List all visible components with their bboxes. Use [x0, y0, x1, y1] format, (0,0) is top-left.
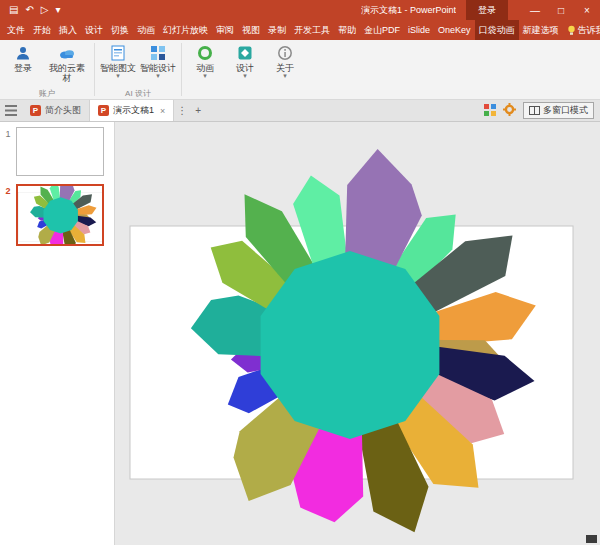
- window-title: 演示文稿1 - PowerPoint: [361, 4, 456, 17]
- slide-thumbnail-2[interactable]: 2: [0, 184, 114, 246]
- tabbar-right-tools: 多窗口模式: [484, 100, 600, 121]
- titlebar: ▤ ↶ ▷ ▾ 演示文稿1 - PowerPoint 登录 — □ ×: [0, 0, 600, 20]
- my-cloud-assets-button[interactable]: 我的云素材: [43, 41, 91, 83]
- ribbon-group-account: 登录 我的云素材 账户: [0, 40, 94, 99]
- ppt-file-icon: P: [98, 105, 109, 116]
- animation-button[interactable]: 动画 ▾: [185, 41, 225, 79]
- slide-editing-canvas[interactable]: [115, 122, 600, 545]
- smart-design-button[interactable]: 智能设计 ▾: [138, 41, 178, 79]
- menu-record[interactable]: 录制: [264, 20, 290, 40]
- slide-number: 2: [0, 184, 16, 246]
- menu-animations[interactable]: 动画: [133, 20, 159, 40]
- ribbon-tab-bar: 文件 开始 插入 设计 切换 动画 幻灯片放映 审阅 视图 录制 开发工具 帮助…: [0, 20, 600, 40]
- menu-tell-me[interactable]: 告诉我: [563, 20, 600, 40]
- menu-insert[interactable]: 插入: [55, 20, 81, 40]
- animation-icon: [197, 44, 213, 62]
- group-label-ai-design: AI 设计: [98, 88, 178, 99]
- maximize-button[interactable]: □: [548, 0, 574, 20]
- document-tab-intro[interactable]: P 简介头图: [22, 100, 90, 121]
- menu-slideshow[interactable]: 幻灯片放映: [159, 20, 212, 40]
- undo-icon[interactable]: ↶: [25, 0, 33, 20]
- ppt-file-icon: P: [30, 105, 41, 116]
- customize-qat-icon[interactable]: ▾: [56, 0, 61, 20]
- menu-pocket-animation[interactable]: 口袋动画: [475, 20, 519, 40]
- scroll-corner: [586, 535, 597, 543]
- slide-artwork[interactable]: [115, 122, 600, 545]
- slide-number: 1: [0, 127, 16, 176]
- about-icon: [277, 44, 293, 62]
- chevron-down-icon: ▾: [283, 73, 287, 79]
- chevron-down-icon: ▾: [116, 73, 120, 79]
- group-label-account: 账户: [3, 88, 91, 99]
- slide-2-thumbnail[interactable]: [16, 184, 104, 246]
- tab-more-icon[interactable]: ⋮: [174, 100, 190, 121]
- login-button[interactable]: 登录: [466, 0, 508, 20]
- chevron-down-icon: ▾: [243, 73, 247, 79]
- slide-2-artwork-preview: [18, 186, 104, 246]
- slide-thumbnail-panel: 1 2: [0, 122, 115, 545]
- slideshow-icon[interactable]: ▷: [41, 0, 49, 20]
- ribbon-login-button[interactable]: 登录: [3, 41, 43, 73]
- slide-thumbnail-1[interactable]: 1: [0, 127, 114, 176]
- design-icon: [237, 44, 253, 62]
- close-button[interactable]: ×: [574, 0, 600, 20]
- menu-review[interactable]: 审阅: [212, 20, 238, 40]
- smart-doc-button[interactable]: 智能图文 ▾: [98, 41, 138, 79]
- menu-islide[interactable]: iSlide: [404, 20, 434, 40]
- main-area: 1 2: [0, 122, 600, 545]
- menu-kingsoft-pdf[interactable]: 金山PDF: [360, 20, 404, 40]
- person-icon: [15, 44, 31, 62]
- menu-transitions[interactable]: 切换: [107, 20, 133, 40]
- lightbulb-icon: [567, 25, 576, 36]
- menu-home[interactable]: 开始: [29, 20, 55, 40]
- about-button[interactable]: 关于 ▾: [265, 41, 305, 79]
- multi-window-mode-button[interactable]: 多窗口模式: [523, 102, 594, 119]
- design-button[interactable]: 设计 ▾: [225, 41, 265, 79]
- new-tab-icon[interactable]: +: [190, 100, 206, 121]
- minimize-button[interactable]: —: [522, 0, 548, 20]
- menu-onekey[interactable]: OneKey: [434, 20, 475, 40]
- cloud-icon: [58, 44, 76, 62]
- menu-file[interactable]: 文件: [3, 20, 29, 40]
- sidebar-toggle-icon[interactable]: [0, 100, 22, 121]
- smart-design-icon: [150, 44, 166, 62]
- menu-design[interactable]: 设计: [81, 20, 107, 40]
- document-tab-bar: P 简介头图 P 演示文稿1 × ⋮ + 多窗口模式: [0, 100, 600, 122]
- chevron-down-icon: ▾: [203, 73, 207, 79]
- menu-new-options[interactable]: 新建选项: [519, 20, 563, 40]
- menu-developer[interactable]: 开发工具: [290, 20, 334, 40]
- close-tab-icon[interactable]: ×: [160, 106, 165, 116]
- slide-1-thumbnail[interactable]: [16, 127, 104, 176]
- document-tab-presentation1[interactable]: P 演示文稿1 ×: [90, 100, 174, 121]
- powerpoint-window: ▤ ↶ ▷ ▾ 演示文稿1 - PowerPoint 登录 — □ × 文件 开…: [0, 0, 600, 545]
- group-label-tools: [185, 88, 305, 99]
- window-controls: — □ ×: [522, 0, 600, 20]
- ribbon-group-tools: 动画 ▾ 设计 ▾ 关于 ▾: [182, 40, 308, 99]
- quick-access-toolbar: ▤ ↶ ▷ ▾: [0, 0, 70, 20]
- menu-help[interactable]: 帮助: [334, 20, 360, 40]
- color-palette-icon[interactable]: [484, 102, 496, 120]
- menu-view[interactable]: 视图: [238, 20, 264, 40]
- smart-doc-icon: [111, 44, 125, 62]
- gear-icon[interactable]: [503, 102, 516, 120]
- save-icon[interactable]: ▤: [9, 0, 18, 20]
- chevron-down-icon: ▾: [156, 73, 160, 79]
- multi-window-icon: [529, 106, 540, 115]
- ribbon-group-ai-design: 智能图文 ▾ 智能设计 ▾ AI 设计: [95, 40, 181, 99]
- ribbon: 登录 我的云素材 账户 智能图文 ▾ 智能设计 ▾: [0, 40, 600, 100]
